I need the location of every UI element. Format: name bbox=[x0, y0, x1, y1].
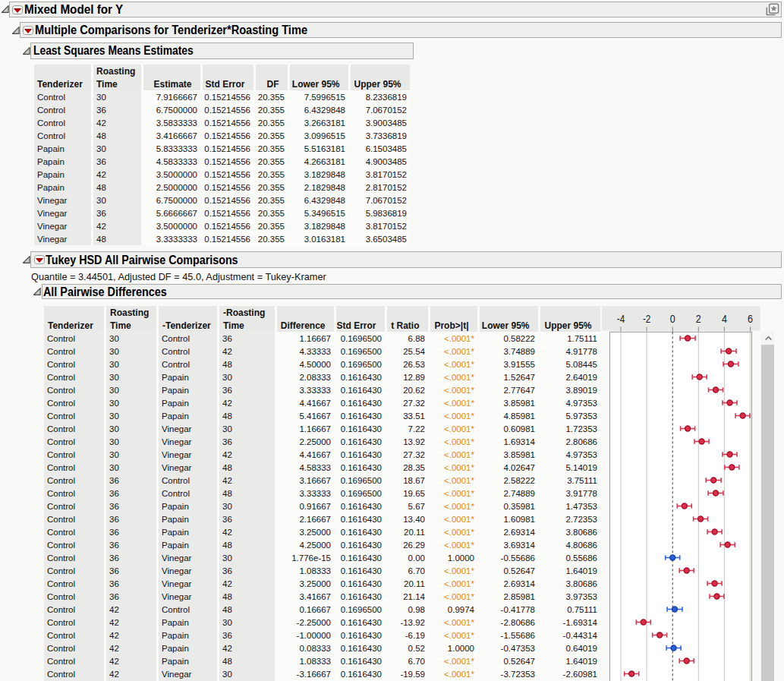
svg-text:2: 2 bbox=[696, 313, 701, 325]
svg-text:0: 0 bbox=[670, 313, 675, 325]
svg-text:4: 4 bbox=[722, 313, 727, 325]
svg-text:6: 6 bbox=[748, 313, 753, 325]
svg-text:-2: -2 bbox=[643, 313, 651, 325]
svg-text:-4: -4 bbox=[617, 313, 625, 325]
